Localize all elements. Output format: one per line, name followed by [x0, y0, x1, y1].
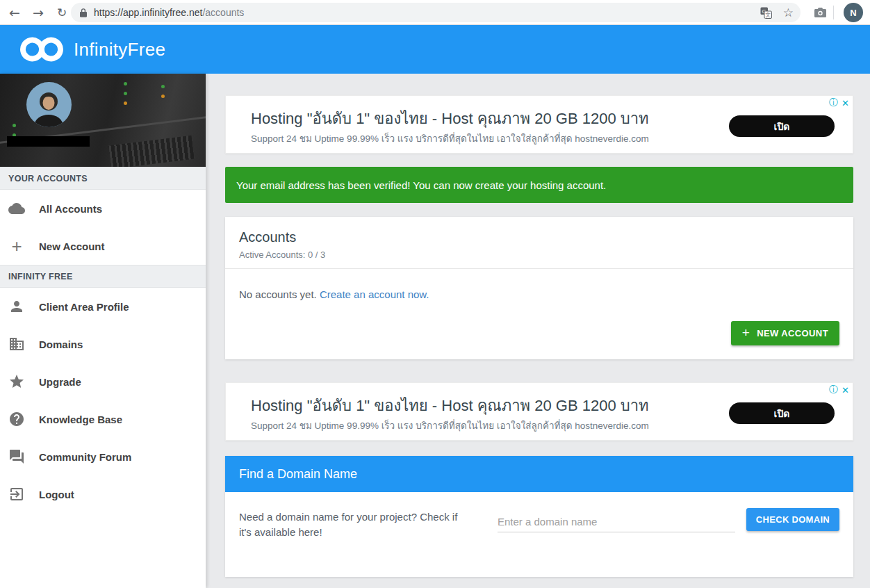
translate-icon[interactable]: G 文 — [760, 7, 772, 19]
ad-cta-button[interactable]: เปิด — [729, 402, 835, 424]
url-text: https://app.infinityfree.net/accounts — [94, 7, 244, 18]
ad-title: Hosting "อันดับ 1" ของไทย - Host คุณภาพ … — [251, 393, 649, 418]
app-header: InfinityFree — [0, 25, 870, 74]
infinity-logo-icon[interactable] — [19, 37, 64, 62]
sidebar-item-upgrade[interactable]: Upgrade — [0, 363, 206, 400]
https-lock-icon — [79, 8, 88, 18]
redacted-username — [7, 136, 90, 147]
sidebar-item-label: New Account — [39, 240, 104, 252]
plus-icon: + — [742, 325, 750, 341]
main-content: Hosting "อันดับ 1" ของไทย - Host คุณภาพ … — [206, 74, 870, 588]
empty-state-text: No accounts yet. — [239, 288, 320, 300]
find-domain-card: Find a Domain Name Need a domain name fo… — [225, 456, 853, 577]
sidebar-section-your-accounts: YOUR ACCOUNTS — [0, 167, 206, 190]
ad-title: Hosting "อันดับ 1" ของไทย - Host คุณภาพ … — [251, 106, 649, 131]
ad-close-icon[interactable]: ✕ — [842, 98, 849, 108]
user-profile-photo — [26, 82, 72, 127]
card-divider — [225, 268, 853, 269]
profile-banner — [0, 74, 206, 167]
ad-close-icon[interactable]: ✕ — [842, 385, 849, 395]
find-domain-description: Need a domain name for your project? Che… — [239, 509, 472, 540]
sidebar: YOUR ACCOUNTS All Accounts + New Account… — [0, 74, 206, 588]
plus-icon: + — [8, 238, 25, 254]
browser-profile-avatar[interactable]: N — [844, 3, 863, 22]
ad-banner-bottom[interactable]: Hosting "อันดับ 1" ของไทย - Host คุณภาพ … — [225, 382, 853, 441]
browser-forward-button[interactable]: → — [28, 0, 49, 25]
adchoices-info-icon[interactable]: ⓘ — [829, 384, 838, 396]
brand-title[interactable]: InfinityFree — [74, 39, 165, 60]
accounts-card: Accounts Active Accounts: 0 / 3 No accou… — [225, 217, 853, 359]
new-account-button[interactable]: + NEW ACCOUNT — [731, 321, 839, 345]
email-verified-banner: Your email address has been verified! Yo… — [225, 167, 853, 203]
sidebar-item-all-accounts[interactable]: All Accounts — [0, 190, 206, 227]
domain-name-input[interactable] — [498, 512, 735, 532]
sidebar-item-label: Client Area Profile — [39, 301, 129, 313]
sidebar-item-client-area-profile[interactable]: Client Area Profile — [0, 288, 206, 325]
help-icon — [8, 411, 25, 427]
sidebar-item-label: Domains — [39, 338, 83, 350]
sidebar-item-knowledge-base[interactable]: Knowledge Base — [0, 400, 206, 438]
create-account-link[interactable]: Create an account now. — [320, 288, 429, 300]
logout-icon — [8, 486, 25, 503]
address-bar[interactable]: https://app.infinityfree.net/accounts G … — [71, 3, 801, 22]
find-domain-header: Find a Domain Name — [225, 456, 853, 492]
email-verified-text: Your email address has been verified! Yo… — [236, 179, 606, 191]
new-account-button-label: NEW ACCOUNT — [757, 328, 828, 338]
section-label: INFINITY FREE — [8, 272, 73, 281]
ad-subtitle: Support 24 ชม Uptime 99.99% เร็ว แรง บริ… — [251, 418, 649, 433]
sidebar-item-new-account[interactable]: + New Account — [0, 227, 206, 265]
sidebar-section-infinity-free: INFINITY FREE — [0, 265, 206, 288]
url-path: /accounts — [202, 7, 244, 18]
ad-subtitle: Support 24 ชม Uptime 99.99% เร็ว แรง บริ… — [251, 131, 649, 146]
sidebar-item-label: Upgrade — [39, 376, 81, 388]
no-accounts-text: No accounts yet. Create an account now. — [239, 288, 429, 300]
adchoices-info-icon[interactable]: ⓘ — [829, 97, 838, 109]
bookmark-star-icon[interactable]: ☆ — [783, 6, 794, 19]
browser-back-button[interactable]: ← — [4, 0, 25, 25]
svg-text:文: 文 — [765, 12, 771, 18]
forum-icon — [8, 448, 25, 465]
ad-cta-button[interactable]: เปิด — [729, 115, 835, 137]
sidebar-item-community-forum[interactable]: Community Forum — [0, 438, 206, 475]
sidebar-item-label: Community Forum — [39, 451, 131, 463]
active-accounts-count: Active Accounts: 0 / 3 — [239, 250, 325, 260]
url-host: https://app.infinityfree.net — [94, 7, 202, 18]
sidebar-item-domains[interactable]: Domains — [0, 325, 206, 363]
star-icon — [8, 373, 25, 390]
server-leds-decoration — [124, 82, 127, 85]
section-label: YOUR ACCOUNTS — [8, 174, 88, 183]
find-domain-title: Find a Domain Name — [239, 467, 357, 482]
browser-reload-button[interactable]: ↻ — [51, 0, 72, 25]
ad-banner-top[interactable]: Hosting "อันดับ 1" ของไทย - Host คุณภาพ … — [225, 95, 853, 154]
check-domain-button[interactable]: CHECK DOMAIN — [746, 508, 839, 531]
sidebar-item-label: Knowledge Base — [39, 414, 122, 425]
browser-toolbar: ← → ↻ https://app.infinityfree.net/accou… — [0, 0, 870, 25]
cloud-icon — [8, 200, 25, 217]
accounts-card-title: Accounts — [239, 229, 296, 245]
sidebar-item-label: Logout — [39, 489, 74, 500]
person-icon — [8, 298, 25, 315]
toolbar-separator — [833, 6, 834, 19]
camera-extension-icon[interactable] — [814, 7, 827, 21]
domain-icon — [8, 336, 25, 352]
sidebar-item-logout[interactable]: Logout — [0, 475, 206, 513]
sidebar-item-label: All Accounts — [39, 203, 102, 215]
